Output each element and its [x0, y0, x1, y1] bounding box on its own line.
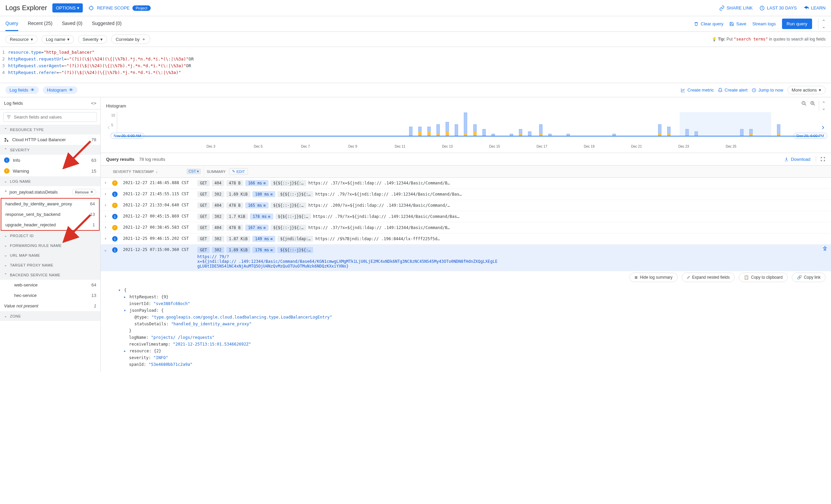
expand-row-icon[interactable]: › — [101, 212, 110, 219]
fullscreen-icon[interactable] — [816, 156, 826, 162]
expand-row-icon[interactable]: › — [101, 179, 110, 185]
save-query-button[interactable]: Save — [729, 21, 746, 26]
copy-link-button[interactable]: 🔗Copy link — [792, 273, 826, 282]
more-actions-button[interactable]: More actions▾ — [787, 86, 826, 94]
table-row[interactable]: ›!2021-12-27 21:46:45.888 CSTGET404478 B… — [101, 178, 831, 189]
table-row[interactable]: ›i2021-12-27 21:45:55.115 CSTGET3021.69 … — [101, 189, 831, 200]
range-end-chip[interactable]: Dec 29, 6:00 PM — [794, 133, 827, 139]
table-row[interactable]: ›!2021-12-27 00:38:45.583 CSTGET404478 B… — [101, 222, 831, 233]
section-log-name[interactable]: ⌄LOG NAME — [0, 176, 100, 186]
field-row[interactable]: response_sent_by_backend13 — [1, 209, 99, 220]
stream-logs-button[interactable]: Stream logs — [752, 21, 776, 26]
refine-scope-button[interactable]: REFINE SCOPE Project — [88, 5, 151, 11]
histogram-bar[interactable] — [612, 134, 616, 136]
options-button[interactable]: OPTIONS ▾ — [52, 3, 83, 12]
histogram-toggle[interactable]: Histogram👁 — [43, 86, 77, 94]
query-editor[interactable]: 1resource.type="http_load_balancer" 2htt… — [0, 47, 831, 83]
collapse-row-icon[interactable]: ⌄ — [101, 246, 110, 252]
severity-chip[interactable]: Severity▾ — [78, 35, 107, 44]
section-zone[interactable]: ⌄ZONE — [0, 311, 100, 321]
zoom-in-icon[interactable] — [810, 101, 815, 111]
histogram-bar[interactable] — [510, 134, 513, 136]
caret-right-icon[interactable]: ▸ — [124, 294, 127, 300]
logname-chip[interactable]: Log name▾ — [42, 35, 74, 44]
field-row[interactable]: upgrade_header_rejected1 — [1, 220, 99, 230]
zoom-out-icon[interactable] — [801, 101, 807, 111]
section-resource-type[interactable]: ⌃RESOURCE TYPE — [0, 125, 100, 134]
expand-fields-button[interactable]: ⤢Expand nested fields — [682, 273, 735, 282]
copy-clipboard-button[interactable]: 📋Copy to clipboard — [739, 273, 787, 282]
create-alert-button[interactable]: Create alert — [718, 87, 748, 93]
field-row[interactable]: web-service64 — [0, 280, 100, 290]
fields-search-input[interactable] — [14, 115, 94, 120]
histogram-chart[interactable]: Nov 29, 6:00 AM Dec 29, 6:00 PM — [117, 112, 820, 136]
histogram-bar[interactable] — [455, 124, 458, 136]
caret-down-icon[interactable]: ▾ — [118, 287, 122, 294]
histogram-bar[interactable] — [492, 134, 495, 136]
tab-saved[interactable]: Saved (0) — [62, 17, 82, 31]
hide-summary-button[interactable]: ≣Hide log summary — [629, 273, 678, 282]
collapse-toggle[interactable]: ⌃ ⌄ — [818, 19, 826, 29]
log-fields-toggle[interactable]: Log fields👁 — [5, 86, 39, 94]
correlate-chip[interactable]: Correlate by＋ — [111, 34, 150, 44]
field-row[interactable]: handled_by_identity_aware_proxy64 — [1, 199, 99, 209]
field-row[interactable]: Cloud HTTP Load Balancer78 — [0, 134, 100, 145]
expand-row-icon[interactable]: › — [101, 235, 110, 241]
table-row[interactable]: ›i2021-12-27 00:45:15.869 CSTGET3021.7 K… — [101, 211, 831, 222]
field-row[interactable]: i Info63 — [0, 155, 100, 166]
range-start-chip[interactable]: Nov 29, 6:00 AM — [111, 133, 144, 139]
histogram-bar[interactable] — [409, 127, 412, 136]
field-row[interactable]: hec-service13 — [0, 290, 100, 301]
histogram-bar[interactable] — [519, 129, 522, 136]
histogram-bar[interactable] — [667, 127, 671, 136]
pin-icon[interactable] — [819, 246, 831, 251]
section-fwd-rule[interactable]: ⌄FORWARDING RULE NAME — [0, 241, 100, 250]
code-icon[interactable]: <> — [91, 101, 96, 106]
histogram-bar[interactable] — [418, 127, 422, 136]
histogram-bar[interactable] — [436, 124, 440, 136]
learn-button[interactable]: LEARN — [804, 5, 826, 11]
jump-now-button[interactable]: Jump to now — [752, 87, 783, 93]
resource-chip[interactable]: Resource▾ — [5, 35, 37, 44]
histogram-bar[interactable] — [777, 124, 780, 136]
histogram-bar[interactable] — [749, 129, 753, 136]
histogram-bar[interactable] — [539, 124, 543, 136]
table-row[interactable]: ›!2021-12-27 21:33:04.640 CSTGET404478 B… — [101, 200, 831, 211]
section-target-proxy[interactable]: ⌄TARGET PROXY NAME — [0, 260, 100, 270]
expand-row-icon[interactable]: › — [101, 190, 110, 196]
remove-field-button[interactable]: Remove✕ — [72, 189, 96, 195]
histogram-bar[interactable] — [658, 124, 661, 136]
histogram-bar[interactable] — [740, 129, 744, 136]
edit-summary-button[interactable]: ✎EDIT — [229, 168, 248, 175]
histogram-bar[interactable] — [473, 124, 477, 136]
section-url-map[interactable]: ⌄URL MAP NAME — [0, 250, 100, 260]
caret-down-icon[interactable]: ▾ — [124, 307, 127, 314]
fields-search[interactable] — [3, 112, 97, 122]
histogram-prev-button[interactable]: ‹ — [106, 123, 111, 132]
timezone-chip[interactable]: CST ▾ — [186, 169, 201, 174]
expand-toggle[interactable]: ⌃⌄ — [819, 101, 826, 111]
section-project-id[interactable]: ⌄PROJECT ID — [0, 231, 100, 241]
section-backend[interactable]: ⌃BACKEND SERVICE NAME — [0, 270, 100, 280]
share-link-button[interactable]: SHARE LINK — [719, 5, 753, 11]
histogram-bar[interactable] — [695, 131, 698, 136]
histogram-bar[interactable] — [464, 112, 467, 136]
time-range-button[interactable]: LAST 30 DAYS — [759, 5, 797, 11]
run-query-button[interactable]: Run query — [782, 19, 812, 29]
table-row-expanded[interactable]: ⌄ i 2021-12-25 07:15:00.360 CST GET 302 … — [101, 245, 831, 271]
col-severity[interactable]: SEVERITY — [110, 167, 130, 176]
histogram-bar[interactable] — [482, 129, 486, 136]
expand-row-icon[interactable]: › — [101, 201, 110, 207]
col-timestamp[interactable]: TIMESTAMP ↓ CST ▾ — [130, 166, 204, 177]
tab-query[interactable]: Query — [5, 17, 18, 31]
value-not-present[interactable]: Value not present1 — [0, 301, 100, 311]
tab-suggested[interactable]: Suggested (0) — [92, 17, 122, 31]
section-severity[interactable]: ⌃SEVERITY — [0, 145, 100, 155]
create-metric-button[interactable]: Create metric — [681, 87, 714, 93]
expand-row-icon[interactable]: › — [101, 224, 110, 230]
histogram-bar[interactable] — [685, 129, 689, 136]
histogram-bar[interactable] — [528, 131, 531, 136]
json-path-row[interactable]: ⌃ json_payload.statusDetails Remove✕ — [0, 186, 100, 198]
histogram-bar[interactable] — [566, 134, 570, 136]
download-button[interactable]: Download — [784, 157, 810, 162]
